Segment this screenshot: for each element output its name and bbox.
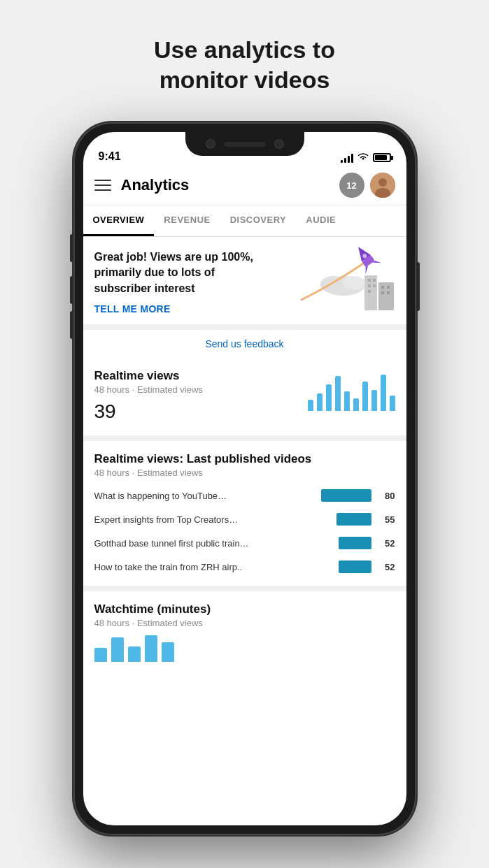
wt-bar xyxy=(128,646,141,662)
video-bar xyxy=(339,537,371,549)
video-count: 55 xyxy=(376,514,395,525)
battery-icon xyxy=(373,153,391,162)
signal-icon xyxy=(341,153,353,163)
phone-screen: 9:41 xyxy=(83,132,406,825)
insight-illustration xyxy=(288,244,399,314)
status-time: 9:41 xyxy=(99,150,121,163)
video-row[interactable]: Gotthad base tunnel first public train… … xyxy=(94,531,395,555)
svg-rect-13 xyxy=(387,291,390,294)
video-row[interactable]: How to take the train from ZRH airp.. 52 xyxy=(94,555,395,579)
hamburger-line-1 xyxy=(94,180,111,181)
video-bar xyxy=(321,489,371,502)
video-title: How to take the train from ZRH airp.. xyxy=(94,562,332,572)
phone-frame: 9:41 xyxy=(73,122,416,835)
last-published-subtitle: 48 hours · Estimated views xyxy=(94,468,395,478)
svg-point-1 xyxy=(378,178,387,187)
video-title: What is happening to YouTube… xyxy=(94,491,314,501)
notch-camera xyxy=(206,139,215,149)
notch xyxy=(185,132,304,156)
watchtime-section: Watchtime (minutes) 48 hours · Estimated… xyxy=(83,591,406,669)
video-bar-wrap: 80 xyxy=(321,489,395,502)
video-row[interactable]: Expert insights from Top Creators… 55 xyxy=(94,507,395,531)
notch-speaker xyxy=(224,142,266,147)
video-bar xyxy=(339,560,371,573)
hero-title: Use analytics to monitor videos xyxy=(154,35,335,94)
video-count: 52 xyxy=(376,538,395,549)
video-count: 52 xyxy=(376,562,395,572)
chart-bar xyxy=(371,390,377,411)
watchtime-subtitle: 48 hours · Estimated views xyxy=(94,618,395,628)
tabs-bar: OVERVIEW REVENUE DISCOVERY AUDIE xyxy=(83,205,406,237)
chart-bar xyxy=(317,393,323,411)
insight-card: Great job! Views are up 100%, primarily … xyxy=(83,237,406,330)
svg-rect-12 xyxy=(381,291,384,294)
svg-rect-5 xyxy=(373,279,376,282)
video-row[interactable]: What is happening to YouTube… 80 xyxy=(94,484,395,507)
wt-bar xyxy=(145,635,157,662)
app-title: Analytics xyxy=(121,176,339,194)
svg-marker-19 xyxy=(362,266,371,274)
watchtime-title: Watchtime (minutes) xyxy=(94,602,395,616)
video-bar-wrap: 55 xyxy=(336,513,395,526)
tab-discovery[interactable]: DISCOVERY xyxy=(220,205,297,236)
video-bar-wrap: 52 xyxy=(339,537,395,549)
menu-button[interactable] xyxy=(94,180,111,191)
svg-rect-4 xyxy=(368,279,371,282)
svg-point-16 xyxy=(343,276,365,290)
feedback-link[interactable]: Send us feedback xyxy=(83,330,406,358)
last-published-section: Realtime views: Last published videos 48… xyxy=(83,441,406,591)
notification-badge[interactable]: 12 xyxy=(339,173,364,198)
chart-bar xyxy=(344,391,350,411)
svg-rect-10 xyxy=(381,286,384,289)
tab-overview[interactable]: OVERVIEW xyxy=(83,205,155,236)
tab-audience[interactable]: AUDIE xyxy=(296,205,346,236)
insight-text: Great job! Views are up 100%, primarily … xyxy=(94,249,269,296)
video-count: 80 xyxy=(376,491,395,501)
svg-rect-6 xyxy=(368,284,371,287)
svg-rect-11 xyxy=(387,286,390,289)
video-bar xyxy=(336,513,371,526)
chart-bar xyxy=(326,384,332,411)
last-published-title: Realtime views: Last published videos xyxy=(94,452,395,466)
svg-rect-8 xyxy=(368,290,371,293)
chart-bar xyxy=(362,382,368,411)
realtime-views-section: Realtime views 48 hours · Estimated view… xyxy=(83,358,406,441)
chart-bar xyxy=(353,398,359,411)
realtime-chart xyxy=(308,372,395,411)
wt-bar xyxy=(94,648,107,662)
notch-camera-right xyxy=(274,139,284,149)
chart-bar xyxy=(335,376,341,411)
chart-bar xyxy=(381,375,386,411)
watchtime-chart xyxy=(94,634,395,662)
status-icons xyxy=(341,152,391,163)
chart-bar xyxy=(308,400,313,411)
video-bar-wrap: 52 xyxy=(339,560,395,573)
wt-bar xyxy=(111,637,124,662)
hamburger-line-2 xyxy=(94,185,111,186)
phone-mockup: 9:41 xyxy=(73,122,416,835)
screen-content: Great job! Views are up 100%, primarily … xyxy=(83,237,406,823)
video-title: Gotthad base tunnel first public train… xyxy=(94,538,332,549)
svg-rect-7 xyxy=(373,284,376,287)
wifi-icon xyxy=(357,152,369,163)
video-title: Expert insights from Top Creators… xyxy=(94,514,329,525)
avatar-image xyxy=(370,173,395,198)
tab-revenue[interactable]: REVENUE xyxy=(154,205,220,236)
battery-fill xyxy=(375,155,387,160)
hamburger-line-3 xyxy=(94,189,111,191)
svg-rect-9 xyxy=(378,282,394,310)
wt-bar xyxy=(162,642,174,662)
chart-bar xyxy=(390,396,395,411)
app-header: Analytics 12 xyxy=(83,167,406,205)
user-avatar[interactable] xyxy=(370,173,395,198)
